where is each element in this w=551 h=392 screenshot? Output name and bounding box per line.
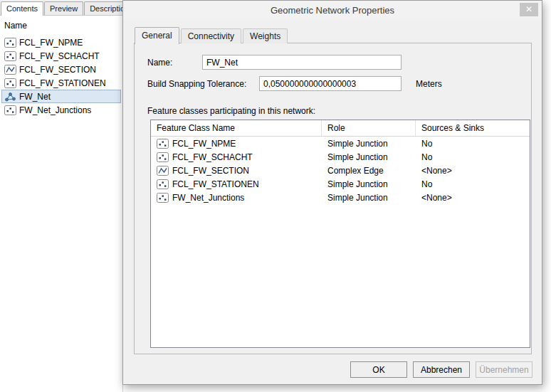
sources-sinks-cell: <None> <box>416 166 530 176</box>
point-feature-class-icon <box>4 51 16 61</box>
column-header-sources-sinks[interactable]: Sources & Sinks <box>416 120 530 136</box>
table-row-fcl_fw_section[interactable]: FCL_FW_SECTIONComplex Edge<None> <box>151 164 530 177</box>
tolerance-label: Build Snapping Tolerance: <box>147 79 246 89</box>
feature-class-name-cell: FW_Net_Junctions <box>151 193 322 203</box>
table-row-fcl_fw_npme[interactable]: FCL_FW_NPMESimple JunctionNo <box>151 137 530 150</box>
tolerance-unit-label: Meters <box>416 79 442 89</box>
tree-item-fw_net_junctions[interactable]: FW_Net_Junctions <box>1 103 121 117</box>
role-cell: Simple Junction <box>322 179 416 189</box>
tab-connectivity[interactable]: Connectivity <box>181 28 241 43</box>
feature-classes-table-body: FCL_FW_NPMESimple JunctionNoFCL_FW_SCHAC… <box>151 137 530 204</box>
catalog-panel: ContentsPreviewDescription Name FCL_FW_N… <box>0 0 123 392</box>
uebernehmen-button[interactable]: Übernehmen <box>476 361 532 378</box>
panel-tabs: ContentsPreviewDescription <box>0 0 122 16</box>
dialog-buttons: OKAbbrechenÜbernehmen <box>350 361 532 378</box>
feature-class-name-cell: FCL_FW_STATIONEN <box>151 179 322 189</box>
sources-sinks-cell: <None> <box>416 193 530 203</box>
feature-class-name-cell: FCL_FW_SECTION <box>151 166 322 176</box>
feature-class-name: FCL_FW_SECTION <box>172 166 249 176</box>
name-field-row: Name: <box>147 55 518 70</box>
name-column-header[interactable]: Name <box>0 16 122 34</box>
tolerance-field-row: Build Snapping Tolerance: Meters <box>147 76 518 92</box>
geometric-network-properties-dialog: Geometric Network Properties ✕ GeneralCo… <box>122 0 542 385</box>
feature-class-name-cell: FCL_FW_NPME <box>151 139 322 149</box>
geometric-network-icon <box>4 92 16 102</box>
tree-item-fcl_fw_section[interactable]: FCL_FW_SECTION <box>1 63 121 76</box>
tree-item-fcl_fw_schacht[interactable]: FCL_FW_SCHACHT <box>1 49 121 63</box>
role-cell: Simple Junction <box>322 139 416 149</box>
sources-sinks-cell: No <box>416 139 530 149</box>
dialog-title: Geometric Network Properties <box>123 5 542 16</box>
tree-item-fw_net[interactable]: FW_Net <box>1 90 121 103</box>
column-header-role[interactable]: Role <box>322 120 416 136</box>
general-tab-page: Name: Build Snapping Tolerance: Meters F… <box>134 43 532 354</box>
feature-classes-table-header: Feature Class NameRoleSources & Sinks <box>151 120 530 137</box>
point-feature-class-icon <box>157 193 169 203</box>
feature-class-name: FW_Net_Junctions <box>172 193 244 203</box>
tree-item-label: FCL_FW_SCHACHT <box>19 51 100 61</box>
tree-item-label: FW_Net_Junctions <box>19 105 91 115</box>
feature-classes-table: Feature Class NameRoleSources & Sinks FC… <box>150 120 530 348</box>
tree-item-label: FCL_FW_STATIONEN <box>19 78 106 88</box>
role-cell: Complex Edge <box>322 166 416 176</box>
close-button[interactable]: ✕ <box>520 3 538 16</box>
point-feature-class-icon <box>157 152 169 162</box>
point-feature-class-icon <box>4 78 16 88</box>
feature-class-name: FCL_FW_NPME <box>172 139 236 149</box>
table-row-fcl_fw_stationen[interactable]: FCL_FW_STATIONENSimple JunctionNo <box>151 177 530 191</box>
point-feature-class-icon <box>4 38 16 48</box>
role-cell: Simple Junction <box>322 193 416 203</box>
catalog-tree: FCL_FW_NPMEFCL_FW_SCHACHTFCL_FW_SECTIONF… <box>0 34 122 118</box>
name-label: Name: <box>147 58 172 68</box>
sources-sinks-cell: No <box>416 152 530 162</box>
snapping-tolerance-input[interactable] <box>259 76 402 91</box>
tree-item-fcl_fw_stationen[interactable]: FCL_FW_STATIONEN <box>1 76 121 90</box>
sources-sinks-cell: No <box>416 179 530 189</box>
tree-item-label: FCL_FW_NPME <box>19 38 83 48</box>
point-feature-class-icon <box>4 105 16 115</box>
dialog-title-bar: Geometric Network Properties ✕ <box>123 1 542 20</box>
tree-item-label: FW_Net <box>19 92 51 102</box>
dialog-tabs: GeneralConnectivityWeights <box>135 28 289 43</box>
feature-class-name: FCL_FW_SCHACHT <box>172 152 253 162</box>
table-row-fw_net_junctions[interactable]: FW_Net_JunctionsSimple Junction<None> <box>151 191 530 204</box>
point-feature-class-icon <box>157 179 169 189</box>
tab-general[interactable]: General <box>135 27 179 44</box>
table-row-fcl_fw_schacht[interactable]: FCL_FW_SCHACHTSimple JunctionNo <box>151 150 530 164</box>
abbrechen-button[interactable]: Abbrechen <box>413 361 470 378</box>
line-feature-class-icon <box>157 166 169 176</box>
network-name-input[interactable] <box>202 55 402 70</box>
tab-preview[interactable]: Preview <box>44 1 83 15</box>
feature-classes-caption: Feature classes participating in this ne… <box>147 106 315 116</box>
tree-item-label: FCL_FW_SECTION <box>19 65 96 75</box>
ok-button[interactable]: OK <box>350 361 407 378</box>
line-feature-class-icon <box>4 65 16 75</box>
point-feature-class-icon <box>157 139 169 149</box>
feature-class-name: FCL_FW_STATIONEN <box>172 179 259 189</box>
column-header-feature-class-name[interactable]: Feature Class Name <box>151 120 322 136</box>
tab-contents[interactable]: Contents <box>1 1 43 16</box>
tree-item-fcl_fw_npme[interactable]: FCL_FW_NPME <box>1 36 121 49</box>
feature-class-name-cell: FCL_FW_SCHACHT <box>151 152 322 162</box>
tab-weights[interactable]: Weights <box>243 28 288 43</box>
role-cell: Simple Junction <box>322 152 416 162</box>
